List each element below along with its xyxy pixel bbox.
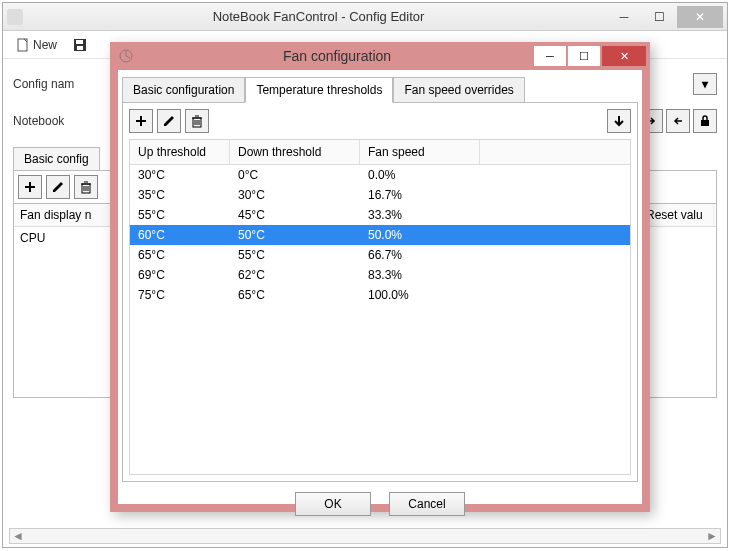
threshold-table-header: Up threshold Down threshold Fan speed — [130, 140, 630, 165]
cell-up-threshold: 75°C — [130, 285, 230, 305]
threshold-row[interactable]: 75°C65°C100.0% — [130, 285, 630, 305]
config-name-label: Config nam — [13, 77, 108, 91]
dialog-minimize-button[interactable]: ─ — [534, 46, 566, 66]
pane-toolbar — [129, 109, 631, 133]
dialog-titlebar: Fan configuration ─ ☐ ✕ — [110, 42, 650, 70]
plus-icon — [134, 114, 148, 128]
threshold-row[interactable]: 60°C50°C50.0% — [130, 225, 630, 245]
cell-up-threshold: 55°C — [130, 205, 230, 225]
cell-up-threshold: 69°C — [130, 265, 230, 285]
dialog-close-button[interactable]: ✕ — [602, 46, 646, 66]
cell-up-threshold: 35°C — [130, 185, 230, 205]
pencil-icon — [162, 114, 176, 128]
header-fan-speed[interactable]: Fan speed — [360, 140, 480, 164]
add-threshold-button[interactable] — [129, 109, 153, 133]
cell-up-threshold: 60°C — [130, 225, 230, 245]
config-dropdown-button[interactable]: ▾ — [693, 73, 717, 95]
ok-button[interactable]: OK — [295, 492, 371, 516]
pencil-icon — [51, 180, 65, 194]
threshold-row[interactable]: 35°C30°C16.7% — [130, 185, 630, 205]
close-button[interactable]: ✕ — [677, 6, 723, 28]
dialog-body: Basic configuration Temperature threshol… — [118, 70, 642, 520]
cell-down-threshold: 62°C — [230, 265, 360, 285]
cell-up-threshold: 30°C — [130, 165, 230, 185]
window-controls: ─ ☐ ✕ — [606, 6, 723, 28]
main-titlebar: NoteBook FanControl - Config Editor ─ ☐ … — [3, 3, 727, 31]
new-button[interactable]: New — [11, 36, 62, 54]
main-window-title: NoteBook FanControl - Config Editor — [31, 9, 606, 24]
cell-down-threshold: 0°C — [230, 165, 360, 185]
header-up-threshold[interactable]: Up threshold — [130, 140, 230, 164]
edit-threshold-button[interactable] — [157, 109, 181, 133]
svg-rect-2 — [76, 40, 83, 44]
dialog-app-icon — [118, 48, 134, 64]
threshold-row[interactable]: 65°C55°C66.7% — [130, 245, 630, 265]
threshold-row[interactable]: 69°C62°C83.3% — [130, 265, 630, 285]
tab-temperature-thresholds[interactable]: Temperature thresholds — [245, 77, 393, 103]
svg-rect-4 — [701, 120, 709, 126]
minimize-button[interactable]: ─ — [607, 6, 641, 28]
tab-basic-config[interactable]: Basic configuration — [122, 77, 245, 103]
header-down-threshold[interactable]: Down threshold — [230, 140, 360, 164]
lock-icon — [699, 115, 711, 127]
cell-fan-speed: 16.7% — [360, 185, 480, 205]
maximize-button[interactable]: ☐ — [642, 6, 676, 28]
cell-down-threshold: 30°C — [230, 185, 360, 205]
new-file-icon — [16, 38, 30, 52]
horizontal-scrollbar[interactable]: ◄ ► — [9, 528, 721, 544]
trash-icon — [190, 114, 204, 128]
tabpane-temperature: Up threshold Down threshold Fan speed 30… — [122, 102, 638, 482]
cancel-button[interactable]: Cancel — [389, 492, 465, 516]
arrow-left-icon — [672, 115, 684, 127]
cell-down-threshold: 55°C — [230, 245, 360, 265]
cell-down-threshold: 65°C — [230, 285, 360, 305]
threshold-row[interactable]: 55°C45°C33.3% — [130, 205, 630, 225]
bg-add-button[interactable] — [18, 175, 42, 199]
plus-icon — [23, 180, 37, 194]
bg-edit-button[interactable] — [46, 175, 70, 199]
save-icon — [73, 38, 87, 52]
dialog-maximize-button[interactable]: ☐ — [568, 46, 600, 66]
fan-config-dialog: Fan configuration ─ ☐ ✕ Basic configurat… — [110, 42, 650, 512]
trash-icon — [79, 180, 93, 194]
bg-tab-basic[interactable]: Basic config — [13, 147, 100, 170]
delete-threshold-button[interactable] — [185, 109, 209, 133]
cell-fan-speed: 33.3% — [360, 205, 480, 225]
threshold-table: Up threshold Down threshold Fan speed 30… — [129, 139, 631, 475]
nav-left-button[interactable] — [666, 109, 690, 133]
cell-fan-speed: 50.0% — [360, 225, 480, 245]
cell-fan-speed: 0.0% — [360, 165, 480, 185]
dialog-title: Fan configuration — [142, 48, 532, 64]
cell-fan-speed: 66.7% — [360, 245, 480, 265]
bg-delete-button[interactable] — [74, 175, 98, 199]
cell-up-threshold: 65°C — [130, 245, 230, 265]
scroll-right-icon[interactable]: ► — [706, 529, 718, 543]
cell-fan-speed: 100.0% — [360, 285, 480, 305]
dialog-tabrow: Basic configuration Temperature threshol… — [122, 76, 638, 102]
save-button[interactable] — [68, 36, 92, 54]
new-label: New — [33, 38, 57, 52]
move-down-button[interactable] — [607, 109, 631, 133]
notebook-label: Notebook — [13, 114, 108, 128]
arrow-down-icon — [612, 114, 626, 128]
lock-button[interactable] — [693, 109, 717, 133]
scroll-left-icon[interactable]: ◄ — [12, 529, 24, 543]
dialog-buttons: OK Cancel — [122, 482, 638, 520]
app-icon — [7, 9, 23, 25]
threshold-row[interactable]: 30°C0°C0.0% — [130, 165, 630, 185]
cell-down-threshold: 50°C — [230, 225, 360, 245]
cell-down-threshold: 45°C — [230, 205, 360, 225]
svg-rect-3 — [77, 46, 83, 50]
tab-fan-speed-overrides[interactable]: Fan speed overrides — [393, 77, 524, 103]
cell-fan-speed: 83.3% — [360, 265, 480, 285]
